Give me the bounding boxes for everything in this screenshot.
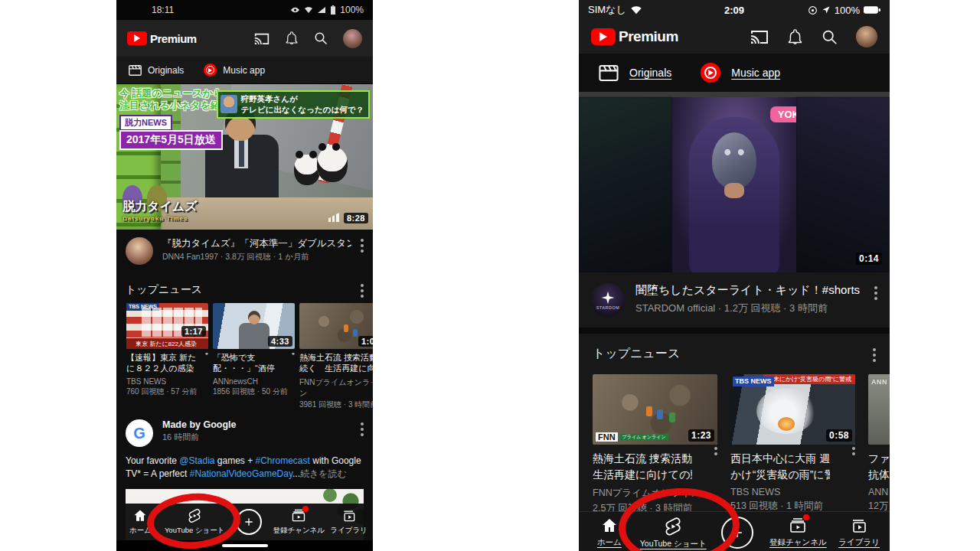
home-icon bbox=[132, 508, 148, 523]
account-avatar[interactable] bbox=[343, 29, 362, 48]
google-logo-avatar[interactable]: G bbox=[126, 419, 153, 447]
news-card[interactable]: 週末にかけ“災害級の雨”に警戒 TBS NEWS 0:58 西日本中心に大雨 週… bbox=[730, 374, 855, 520]
news-card[interactable]: 4:33 「恐怖で支配・・・」“酒停止”強.. ANNnewsCH 1856 回… bbox=[213, 303, 295, 410]
status-time: 18:11 bbox=[152, 5, 174, 15]
read-more-link[interactable]: 続きを読む bbox=[300, 468, 347, 479]
more-menu-icon[interactable] bbox=[873, 348, 876, 351]
news-title[interactable]: 熱海土石流 捜索活動続く 生活再建に向けて.. bbox=[299, 353, 373, 374]
news-title[interactable]: 熱海土石流 捜索活動続く生活再建に向けての動... bbox=[593, 451, 692, 483]
right-news-shelf: FNN プライム オンライン 1:23 熱海土石流 捜索活動続く生活再建に向けて… bbox=[579, 370, 890, 520]
news-title[interactable]: 【速報】東京 新たに８２２人の感染確認 ２０... bbox=[126, 353, 197, 374]
nav-subscriptions[interactable]: 登録チャンネル bbox=[273, 508, 325, 536]
signal-icon bbox=[317, 6, 326, 14]
tbs-logo: TBS NEWS bbox=[733, 377, 774, 386]
premium-wordmark: Premium bbox=[150, 32, 197, 45]
notifications-bell-icon[interactable] bbox=[285, 31, 299, 45]
library-icon bbox=[341, 508, 357, 523]
thumbnail-art: YOK bbox=[672, 97, 796, 272]
thumbnail-art bbox=[344, 324, 348, 332]
news-title[interactable]: 西日本中心に大雨 週末にかけ“災害級の雨”に警... bbox=[730, 451, 830, 483]
stadia-link[interactable]: @Stadia bbox=[179, 455, 214, 466]
left-app-header: Premium bbox=[116, 20, 373, 57]
account-avatar[interactable] bbox=[856, 26, 877, 47]
fnn-logo: FNN プライム オンライン bbox=[596, 432, 668, 442]
search-icon[interactable] bbox=[822, 29, 838, 45]
post-text: Your favorite @Stadia games + #Chromecas… bbox=[126, 455, 364, 481]
news-thumbnail[interactable]: 1:07 bbox=[299, 303, 373, 349]
news-card[interactable]: TBS NEWS 東京 新たに822人感染 1:17 【速報】東京 新たに８２２… bbox=[126, 303, 208, 410]
youtube-premium-logo[interactable]: Premium bbox=[591, 28, 678, 45]
music-app-label: Music app bbox=[223, 65, 265, 76]
more-menu-icon[interactable] bbox=[361, 284, 364, 287]
wifi-icon bbox=[304, 6, 313, 14]
section-divider bbox=[579, 328, 890, 334]
thumbnail-art bbox=[669, 412, 675, 422]
left-main-video-thumbnail[interactable]: 今 話題のニュースから 注目される小ネタを紹介! 脱力NEWS 2017年5月5… bbox=[116, 84, 373, 230]
gesture-bar bbox=[116, 540, 373, 551]
thumbnail-art bbox=[579, 92, 890, 97]
nav-library[interactable]: ライブラリ bbox=[828, 517, 890, 548]
originals-label: Originals bbox=[629, 67, 671, 79]
location-arrow-icon bbox=[822, 5, 831, 15]
left-topnews-header: トップニュース bbox=[116, 274, 373, 303]
left-video-meta[interactable]: 『脱力タイムズ』「河本準一」ダブルスタンバイになるんですが DNN4 Fan19… bbox=[116, 230, 373, 274]
right-status-bar: SIMなし 2:09 100% bbox=[579, 0, 890, 20]
right-video-meta[interactable]: STARDOM 闇堕ちしたスターライト・キッド！#shorts STARDOM … bbox=[579, 272, 890, 328]
news-meta: 1856 回視聴 · 50 分前 bbox=[213, 386, 295, 397]
music-app-label: Music app bbox=[731, 67, 780, 79]
search-icon[interactable] bbox=[314, 31, 328, 45]
youtube-premium-logo[interactable]: Premium bbox=[127, 31, 197, 45]
more-menu-icon[interactable] bbox=[361, 239, 364, 242]
overlay-news-badge: 脱力NEWS bbox=[119, 115, 172, 131]
music-app-icon bbox=[204, 64, 217, 77]
channel-avatar[interactable]: STARDOM bbox=[591, 283, 625, 317]
video-duration-badge: 1:23 bbox=[688, 429, 714, 442]
right-topnews-header: トップニュース bbox=[579, 334, 890, 370]
section-title: トップニュース bbox=[126, 283, 202, 297]
news-thumbnail[interactable]: FNN プライム オンライン 1:23 bbox=[593, 374, 717, 445]
home-icon bbox=[600, 517, 619, 535]
nav-subscriptions[interactable]: 登録チャンネル bbox=[767, 517, 828, 548]
post-timestamp: 16 時間前 bbox=[162, 432, 237, 443]
news-channel: TBS NEWS bbox=[730, 487, 855, 497]
video-title[interactable]: 『脱力タイムズ』「河本準一」ダブルスタンバイになるんですが bbox=[162, 237, 351, 249]
thumbnail-banner: 週末にかけ“災害級の雨”に警戒 bbox=[763, 374, 855, 384]
more-menu-icon[interactable] bbox=[361, 422, 364, 425]
section-title: トップニュース bbox=[593, 346, 680, 362]
right-main-video-thumbnail[interactable]: YOK 0:14 bbox=[579, 92, 890, 272]
nav-library[interactable]: ライブラリ bbox=[325, 508, 373, 536]
overlay-broadcast-date: 2017年5月5日放送 bbox=[119, 130, 223, 150]
post-channel-name[interactable]: Made by Google bbox=[162, 419, 237, 430]
more-menu-icon[interactable] bbox=[874, 286, 877, 289]
cast-icon[interactable] bbox=[254, 32, 270, 45]
channel-avatar[interactable] bbox=[126, 237, 153, 265]
news-channel: ANN bbox=[868, 487, 890, 497]
cast-icon[interactable] bbox=[750, 29, 769, 44]
video-duration-badge: 1:17 bbox=[181, 326, 206, 337]
hashtag-link[interactable]: #NationalVideoGameDay bbox=[190, 468, 292, 479]
music-app-chip[interactable]: Music app bbox=[204, 64, 265, 77]
news-title[interactable]: ファ抗体 bbox=[868, 451, 890, 483]
chromecast-link[interactable]: #Chromecast bbox=[256, 455, 310, 466]
star-icon bbox=[600, 290, 616, 305]
carrier-label: SIMなし bbox=[588, 3, 626, 17]
news-thumbnail[interactable]: ANN NEW bbox=[868, 374, 890, 445]
news-thumbnail[interactable]: TBS NEWS 東京 新たに822人感染 1:17 bbox=[126, 303, 208, 349]
wifi-icon bbox=[630, 6, 642, 15]
news-card[interactable]: 1:07 熱海土石流 捜索活動続く 生活再建に向けて.. FNNプライムオンライ… bbox=[299, 303, 373, 410]
home-indicator[interactable] bbox=[222, 544, 268, 547]
news-title[interactable]: 「恐怖で支配・・・」“酒停止”強.. bbox=[213, 353, 283, 374]
thumbnail-art bbox=[796, 97, 890, 272]
music-app-chip[interactable]: Music app bbox=[701, 63, 780, 83]
notifications-bell-icon[interactable] bbox=[787, 29, 803, 45]
originals-chip[interactable]: Originals bbox=[129, 65, 184, 76]
video-duration-badge: 4:33 bbox=[268, 336, 292, 347]
video-title[interactable]: 闇堕ちしたスターライト・キッド！#shorts bbox=[635, 283, 860, 298]
news-thumbnail[interactable]: 4:33 bbox=[213, 303, 295, 349]
left-status-bar: 18:11 100% bbox=[116, 0, 373, 20]
originals-chip[interactable]: Originals bbox=[599, 65, 671, 81]
news-thumbnail[interactable]: 週末にかけ“災害級の雨”に警戒 TBS NEWS 0:58 bbox=[730, 374, 855, 445]
news-card-clipped[interactable]: ANN NEW ファ抗体 ANN 12万 bbox=[868, 374, 890, 520]
thumbnail-event-badge: YOK bbox=[770, 106, 796, 122]
left-chips-row: Originals Music app bbox=[116, 57, 373, 84]
